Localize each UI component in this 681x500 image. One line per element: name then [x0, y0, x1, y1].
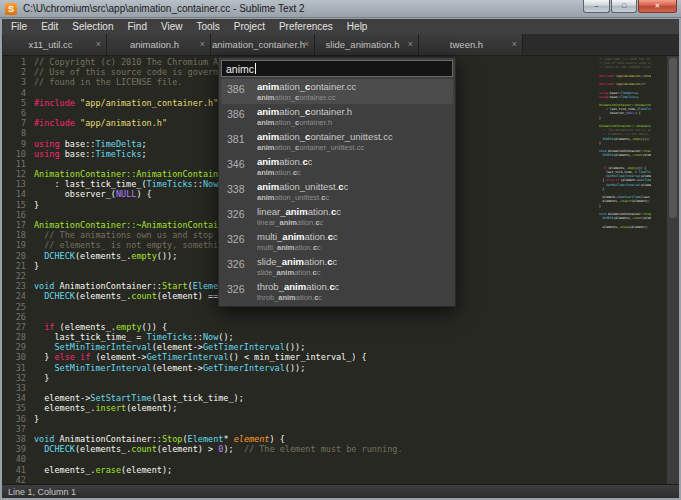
result-path: multi_animation.cc — [257, 243, 338, 252]
result-score: 386 — [227, 108, 251, 120]
menu-bar: FileEditSelectionFindViewToolsProjectPre… — [2, 19, 679, 34]
line-number: 13 — [2, 179, 26, 189]
code-line[interactable]: SetMinTimerInterval(element->GetTimerInt… — [34, 363, 587, 373]
code-line[interactable]: element->SetStartTime(last_tick_time_); — [34, 393, 587, 403]
code-line[interactable]: } — [34, 414, 587, 424]
result-row[interactable]: 346animation.ccanimation.cc — [221, 154, 453, 179]
code-line[interactable]: } else if (element->GetTimerInterval() <… — [34, 352, 587, 362]
line-number: 10 — [2, 149, 26, 159]
result-score: 386 — [227, 83, 251, 95]
result-row[interactable]: 381animation_container_unittest.ccanimat… — [221, 129, 453, 154]
minimap[interactable]: // Copyright (c) 2010 The Chromium Autho… — [599, 57, 651, 484]
window-title: C:\U\chromium\src\app\animation_containe… — [23, 3, 305, 14]
result-score: 346 — [227, 158, 251, 170]
menu-item-edit[interactable]: Edit — [34, 21, 65, 32]
line-number: 28 — [2, 332, 26, 342]
result-filename: animation_unittest.cc — [257, 181, 348, 193]
caption-buttons: – □ ✕ — [582, 0, 677, 13]
result-text: animation_unittest.ccanimation_unittest.… — [257, 181, 348, 202]
result-score: 326 — [227, 283, 251, 295]
result-row[interactable]: 338animation_unittest.ccanimation_unitte… — [221, 179, 453, 204]
line-number: 6 — [2, 108, 26, 118]
minimap-line: DCHECK(elements_.empty()); — [599, 137, 651, 141]
tab-close-icon[interactable]: × — [408, 39, 413, 49]
code-line[interactable] — [34, 475, 587, 484]
tab-slide_animation.h[interactable]: slide_animation.h× — [315, 34, 419, 55]
maximize-button[interactable]: □ — [611, 0, 637, 13]
line-number: 15 — [2, 200, 26, 210]
result-row[interactable]: 326slide_animation.ccslide_animation.cc — [221, 254, 453, 279]
result-row[interactable]: 386animation_container.ccanimation_conta… — [221, 79, 453, 104]
tab-label: slide_animation.h — [326, 39, 408, 50]
menu-item-selection[interactable]: Selection — [65, 21, 120, 32]
menu-item-file[interactable]: File — [4, 21, 34, 32]
goto-anything-panel: animc 386animation_container.ccanimation… — [218, 57, 456, 307]
result-filename: animation.cc — [257, 156, 312, 168]
result-path: animation_container.cc — [257, 93, 356, 102]
tab-tween.h[interactable]: tween.h× — [419, 34, 523, 55]
code-line[interactable] — [34, 383, 587, 393]
minimap-line: DCHECK(elements_.count(element) == 0); /… — [599, 153, 651, 157]
close-button[interactable]: ✕ — [638, 0, 677, 13]
line-number: 7 — [2, 118, 26, 128]
code-line[interactable]: } — [34, 373, 587, 383]
menu-item-tools[interactable]: Tools — [189, 21, 226, 32]
result-path: slide_animation.cc — [257, 268, 337, 277]
code-line[interactable]: if (elements_.empty()) { — [34, 322, 587, 332]
tab-label: x11_util.cc — [28, 39, 80, 50]
result-filename: animation_container_unittest.cc — [257, 131, 393, 143]
code-line[interactable]: elements_.erase(element); — [34, 465, 587, 475]
scrollbar-thumb[interactable] — [669, 58, 677, 218]
result-text: slide_animation.ccslide_animation.cc — [257, 256, 337, 277]
code-line[interactable]: last_tick_time_ = TimeTicks::Now(); — [34, 332, 587, 342]
result-path: animation_container_unittest.cc — [257, 143, 393, 152]
code-line[interactable] — [34, 454, 587, 464]
code-line[interactable] — [34, 424, 587, 434]
result-path: animation.cc — [257, 168, 312, 177]
tab-close-icon[interactable]: × — [96, 39, 101, 49]
line-number: 20 — [2, 251, 26, 261]
tab-animation_container.h[interactable]: animation_container.h× — [211, 34, 315, 55]
line-number: 17 — [2, 220, 26, 230]
result-row[interactable]: 326linear_animation.cclinear_animation.c… — [221, 204, 453, 229]
result-row[interactable]: 326multi_animation.ccmulti_animation.cc — [221, 229, 453, 254]
goto-anything-input[interactable]: animc — [221, 60, 453, 77]
minimap-line: #include "app/animation_container.h" — [599, 74, 651, 78]
app-icon: S — [5, 3, 17, 15]
line-number: 12 — [2, 169, 26, 179]
result-filename: multi_animation.cc — [257, 231, 338, 243]
result-text: animation_container.ccanimation_containe… — [257, 81, 356, 102]
text-caret — [255, 63, 256, 74]
result-score: 326 — [227, 208, 251, 220]
tab-x11_util.cc[interactable]: x11_util.cc× — [3, 34, 107, 55]
menu-item-find[interactable]: Find — [121, 21, 154, 32]
line-number: 8 — [2, 128, 26, 138]
menu-item-preferences[interactable]: Preferences — [272, 21, 340, 32]
tab-close-icon[interactable]: × — [200, 39, 205, 49]
minimize-button[interactable]: – — [583, 0, 610, 13]
line-number: 42 — [2, 475, 26, 484]
line-number: 41 — [2, 465, 26, 475]
vertical-scrollbar[interactable] — [666, 56, 679, 484]
result-row[interactable]: 326throb_animation.ccthrob_animation.cc — [221, 279, 453, 304]
code-line[interactable]: void AnimationContainer::Stop(Element* e… — [34, 434, 587, 444]
menu-item-view[interactable]: View — [154, 21, 190, 32]
line-number: 23 — [2, 281, 26, 291]
title-bar[interactable]: S C:\U\chromium\src\app\animation_contai… — [0, 0, 681, 18]
menu-item-project[interactable]: Project — [227, 21, 272, 32]
menu-item-help[interactable]: Help — [340, 21, 375, 32]
code-line[interactable]: elements_.insert(element); — [34, 403, 587, 413]
tab-close-icon[interactable]: × — [512, 39, 517, 49]
result-row[interactable]: 386animation_container.hanimation_contai… — [221, 104, 453, 129]
line-number: 37 — [2, 424, 26, 434]
tab-animation.h[interactable]: animation.h× — [107, 34, 211, 55]
line-number: 30 — [2, 352, 26, 362]
line-number: 26 — [2, 312, 26, 322]
status-bar: Line 1, Column 1 — [2, 484, 679, 498]
code-line[interactable] — [34, 312, 587, 322]
minimap-line: DCHECK(elements_.count(element) > 0); //… — [599, 216, 651, 220]
line-number: 2 — [2, 67, 26, 77]
tab-close-icon[interactable]: × — [304, 39, 309, 49]
code-line[interactable]: SetMinTimerInterval(element->GetTimerInt… — [34, 342, 587, 352]
code-line[interactable]: DCHECK(elements_.count(element) > 0); //… — [34, 444, 587, 454]
